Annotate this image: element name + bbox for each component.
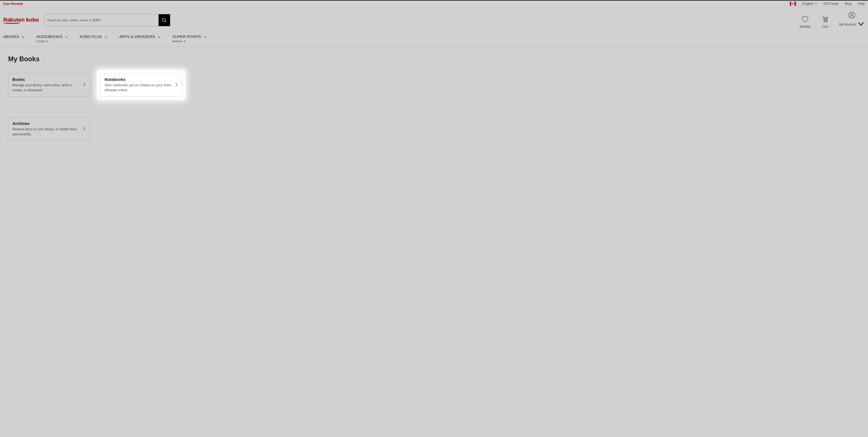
chevron-down-icon — [815, 2, 817, 6]
search-bar — [44, 14, 170, 26]
svg-point-0 — [162, 18, 165, 21]
language-label: English — [802, 2, 813, 6]
card-archives-desc: Restore items to your library, or delete… — [12, 127, 80, 137]
maple-leaf-icon: ✦ — [792, 2, 794, 5]
flag-red-right — [794, 2, 796, 6]
logo-underline — [3, 23, 20, 24]
cart-button[interactable]: Cart — [821, 16, 829, 29]
header: Rakuten kobo Wishlist Car — [0, 7, 868, 32]
chevron-right-icon — [83, 126, 86, 132]
svg-point-8 — [850, 13, 853, 16]
chevron-down-icon — [857, 20, 865, 29]
nav-apps[interactable]: APPS & eREADERS — [119, 35, 161, 43]
nav-audiobooks[interactable]: AUDIOBOOKS Credits: 0 — [36, 35, 68, 43]
nav-audiobooks-label: AUDIOBOOKS — [36, 35, 62, 39]
user-icon — [848, 11, 856, 19]
chevron-down-icon — [22, 35, 25, 39]
main-nav: eBOOKS AUDIOBOOKS Credits: 0 KOBO PLUS A… — [0, 32, 868, 47]
card-notebooks-title: Notebooks — [104, 77, 172, 82]
chevron-down-icon — [204, 35, 207, 39]
wishlist-label: Wishlist — [799, 25, 811, 29]
search-icon — [162, 18, 167, 23]
nav-super-points-sub: Balance: 0 — [173, 39, 207, 43]
heart-icon — [801, 16, 809, 23]
highlight-notebooks: Notebooks View notebooks you've created … — [97, 70, 185, 100]
logo-text: Rakuten kobo — [3, 17, 39, 23]
nav-super-points[interactable]: SUPER POINTS Balance: 0 — [173, 35, 207, 43]
nav-ebooks[interactable]: eBOOKS — [3, 35, 25, 43]
account-label: My Account — [839, 23, 856, 26]
card-books-desc: Manage your library, read online, write … — [12, 83, 80, 93]
svg-point-6 — [826, 21, 827, 22]
card-grid: Books Manage your library, read online, … — [8, 73, 200, 141]
search-button[interactable] — [159, 14, 170, 26]
svg-line-1 — [165, 21, 166, 22]
header-actions: Wishlist Cart My Account — [799, 11, 865, 29]
flag-red-left — [790, 2, 792, 6]
country-flag-canada[interactable]: ✦ — [790, 2, 796, 6]
search-input[interactable] — [44, 14, 159, 26]
card-archives-title: Archives — [12, 121, 80, 126]
nav-ebooks-label: eBOOKS — [3, 35, 19, 39]
logo[interactable]: Rakuten kobo — [3, 17, 39, 24]
gift-cards-link[interactable]: Gift Cards — [824, 2, 839, 6]
account-button[interactable]: My Account — [839, 11, 865, 29]
chevron-down-icon — [65, 35, 68, 39]
card-archives[interactable]: Archives Restore items to your library, … — [8, 117, 90, 141]
card-text: Notebooks View notebooks you've created … — [104, 77, 175, 93]
account-label-row: My Account — [839, 20, 865, 29]
card-notebooks-desc: View notebooks you've created on your Ko… — [104, 83, 172, 93]
chevron-down-icon — [104, 35, 107, 39]
promo-right: ✦ English Gift Cards Blog Help — [790, 2, 865, 6]
chevron-down-icon — [158, 35, 161, 39]
card-notebooks[interactable]: Notebooks View notebooks you've created … — [100, 73, 182, 97]
flag-white: ✦ — [791, 2, 794, 6]
chevron-right-icon — [83, 83, 86, 87]
help-link[interactable]: Help — [858, 2, 865, 6]
nav-audiobooks-sub: Credits: 0 — [36, 39, 68, 43]
card-books[interactable]: Books Manage your library, read online, … — [8, 73, 90, 97]
nav-kobo-plus-label: KOBO PLUS — [80, 35, 102, 39]
page-title: My Books — [8, 55, 860, 63]
cart-icon — [821, 16, 829, 23]
wishlist-button[interactable]: Wishlist — [799, 16, 811, 29]
nav-super-points-label: SUPER POINTS — [173, 35, 201, 39]
blog-link[interactable]: Blog — [845, 2, 851, 6]
chevron-right-icon — [175, 83, 178, 87]
cart-label: Cart — [822, 25, 828, 29]
earn-rewards-link[interactable]: Earn Rewards — [3, 2, 23, 6]
card-text: Books Manage your library, read online, … — [12, 77, 83, 93]
promo-bar: Earn Rewards ✦ English Gift Cards Blog H… — [0, 1, 868, 7]
card-text: Archives Restore items to your library, … — [12, 121, 83, 137]
svg-point-5 — [824, 21, 825, 22]
content: My Books Books Manage your library, read… — [0, 47, 868, 149]
language-selector[interactable]: English — [802, 2, 817, 6]
card-books-title: Books — [12, 77, 80, 82]
nav-kobo-plus[interactable]: KOBO PLUS — [80, 35, 107, 43]
nav-apps-label: APPS & eREADERS — [119, 35, 155, 39]
